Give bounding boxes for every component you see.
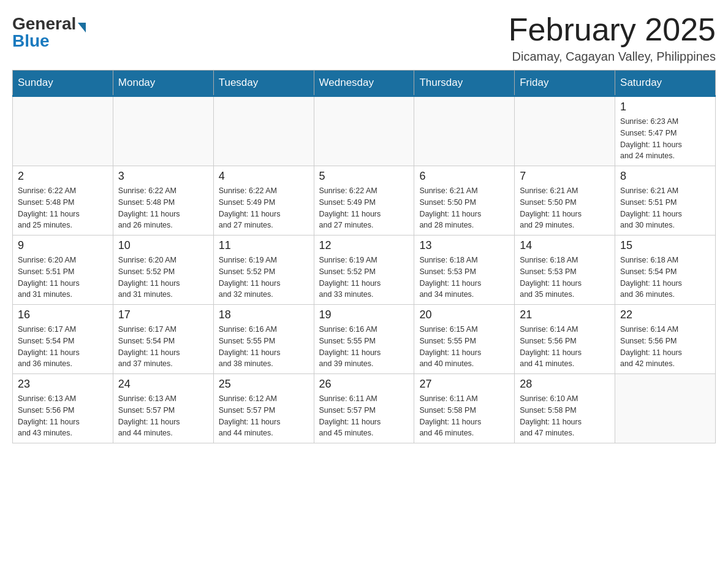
calendar-cell: [314, 96, 414, 166]
day-info: Sunrise: 6:21 AMSunset: 5:51 PMDaylight:…: [620, 185, 710, 231]
day-info: Sunrise: 6:18 AMSunset: 5:54 PMDaylight:…: [620, 255, 710, 301]
day-number: 3: [118, 170, 208, 183]
calendar-title-block: February 2025 Dicamay, Cagayan Valley, P…: [509, 12, 716, 64]
calendar-cell: 23Sunrise: 6:13 AMSunset: 5:56 PMDayligh…: [13, 374, 113, 443]
calendar-cell: [113, 96, 213, 166]
calendar-cell: 20Sunrise: 6:15 AMSunset: 5:55 PMDayligh…: [414, 305, 515, 374]
day-info: Sunrise: 6:21 AMSunset: 5:50 PMDaylight:…: [419, 185, 509, 231]
day-number: 20: [419, 308, 509, 321]
day-info: Sunrise: 6:20 AMSunset: 5:52 PMDaylight:…: [118, 255, 208, 301]
day-info: Sunrise: 6:16 AMSunset: 5:55 PMDaylight:…: [219, 324, 309, 370]
calendar-cell: 25Sunrise: 6:12 AMSunset: 5:57 PMDayligh…: [213, 374, 314, 443]
week-row-5: 23Sunrise: 6:13 AMSunset: 5:56 PMDayligh…: [13, 374, 716, 443]
day-number: 26: [319, 378, 409, 391]
day-info: Sunrise: 6:19 AMSunset: 5:52 PMDaylight:…: [319, 255, 409, 301]
calendar-cell: 10Sunrise: 6:20 AMSunset: 5:52 PMDayligh…: [113, 236, 213, 305]
day-info: Sunrise: 6:14 AMSunset: 5:56 PMDaylight:…: [620, 324, 710, 370]
calendar-month-year: February 2025: [509, 12, 716, 47]
day-number: 1: [620, 101, 710, 113]
calendar-cell: 17Sunrise: 6:17 AMSunset: 5:54 PMDayligh…: [113, 305, 213, 374]
calendar-body: 1Sunrise: 6:23 AMSunset: 5:47 PMDaylight…: [13, 96, 716, 443]
calendar-cell: [615, 374, 716, 443]
day-number: 17: [118, 308, 208, 321]
calendar-cell: 9Sunrise: 6:20 AMSunset: 5:51 PMDaylight…: [13, 236, 113, 305]
day-number: 16: [18, 308, 108, 321]
day-info: Sunrise: 6:15 AMSunset: 5:55 PMDaylight:…: [419, 324, 509, 370]
day-info: Sunrise: 6:22 AMSunset: 5:49 PMDaylight:…: [319, 185, 409, 231]
day-number: 13: [419, 239, 509, 252]
calendar-cell: [213, 96, 314, 166]
calendar-cell: 26Sunrise: 6:11 AMSunset: 5:57 PMDayligh…: [314, 374, 414, 443]
day-number: 23: [18, 378, 108, 391]
calendar-cell: [13, 96, 113, 166]
week-row-1: 1Sunrise: 6:23 AMSunset: 5:47 PMDaylight…: [13, 96, 716, 166]
calendar-cell: 15Sunrise: 6:18 AMSunset: 5:54 PMDayligh…: [615, 236, 716, 305]
calendar-location: Dicamay, Cagayan Valley, Philippines: [509, 50, 716, 64]
calendar-cell: 5Sunrise: 6:22 AMSunset: 5:49 PMDaylight…: [314, 166, 414, 236]
day-number: 27: [419, 378, 509, 391]
calendar-cell: 13Sunrise: 6:18 AMSunset: 5:53 PMDayligh…: [414, 236, 515, 305]
day-info: Sunrise: 6:16 AMSunset: 5:55 PMDaylight:…: [319, 324, 409, 370]
day-number: 14: [520, 239, 610, 252]
day-number: 22: [620, 308, 710, 321]
day-info: Sunrise: 6:13 AMSunset: 5:56 PMDaylight:…: [18, 393, 108, 439]
day-info: Sunrise: 6:23 AMSunset: 5:47 PMDaylight:…: [620, 116, 710, 162]
day-info: Sunrise: 6:17 AMSunset: 5:54 PMDaylight:…: [18, 324, 108, 370]
header-tuesday: Tuesday: [213, 71, 314, 96]
calendar-cell: 18Sunrise: 6:16 AMSunset: 5:55 PMDayligh…: [213, 305, 314, 374]
calendar-cell: 11Sunrise: 6:19 AMSunset: 5:52 PMDayligh…: [213, 236, 314, 305]
day-number: 25: [219, 378, 309, 391]
page-header: General Blue February 2025 Dicamay, Caga…: [12, 12, 716, 64]
day-info: Sunrise: 6:22 AMSunset: 5:48 PMDaylight:…: [18, 185, 108, 231]
day-number: 19: [319, 308, 409, 321]
header-row: Sunday Monday Tuesday Wednesday Thursday…: [13, 71, 716, 96]
week-row-2: 2Sunrise: 6:22 AMSunset: 5:48 PMDaylight…: [13, 166, 716, 236]
day-number: 2: [18, 170, 108, 183]
calendar-header: Sunday Monday Tuesday Wednesday Thursday…: [13, 71, 716, 96]
day-info: Sunrise: 6:18 AMSunset: 5:53 PMDaylight:…: [520, 255, 610, 301]
day-info: Sunrise: 6:21 AMSunset: 5:50 PMDaylight:…: [520, 185, 610, 231]
calendar-cell: 24Sunrise: 6:13 AMSunset: 5:57 PMDayligh…: [113, 374, 213, 443]
calendar-cell: [414, 96, 515, 166]
day-number: 4: [219, 170, 309, 183]
day-number: 28: [520, 378, 610, 391]
day-number: 8: [620, 170, 710, 183]
calendar-cell: 22Sunrise: 6:14 AMSunset: 5:56 PMDayligh…: [615, 305, 716, 374]
day-info: Sunrise: 6:17 AMSunset: 5:54 PMDaylight:…: [118, 324, 208, 370]
day-info: Sunrise: 6:13 AMSunset: 5:57 PMDaylight:…: [118, 393, 208, 439]
calendar-cell: 3Sunrise: 6:22 AMSunset: 5:48 PMDaylight…: [113, 166, 213, 236]
day-number: 21: [520, 308, 610, 321]
logo: General Blue: [12, 12, 86, 50]
calendar-cell: 14Sunrise: 6:18 AMSunset: 5:53 PMDayligh…: [515, 236, 615, 305]
calendar-cell: 28Sunrise: 6:10 AMSunset: 5:58 PMDayligh…: [515, 374, 615, 443]
day-info: Sunrise: 6:20 AMSunset: 5:51 PMDaylight:…: [18, 255, 108, 301]
calendar-cell: 1Sunrise: 6:23 AMSunset: 5:47 PMDaylight…: [615, 96, 716, 166]
day-number: 10: [118, 239, 208, 252]
header-friday: Friday: [515, 71, 615, 96]
logo-arrow-icon: [78, 23, 86, 33]
week-row-3: 9Sunrise: 6:20 AMSunset: 5:51 PMDaylight…: [13, 236, 716, 305]
header-sunday: Sunday: [13, 71, 113, 96]
day-info: Sunrise: 6:12 AMSunset: 5:57 PMDaylight:…: [219, 393, 309, 439]
day-info: Sunrise: 6:10 AMSunset: 5:58 PMDaylight:…: [520, 393, 610, 439]
day-number: 9: [18, 239, 108, 252]
calendar-cell: 2Sunrise: 6:22 AMSunset: 5:48 PMDaylight…: [13, 166, 113, 236]
logo-general-text: General: [12, 15, 76, 33]
day-info: Sunrise: 6:11 AMSunset: 5:58 PMDaylight:…: [419, 393, 509, 439]
calendar-cell: 7Sunrise: 6:21 AMSunset: 5:50 PMDaylight…: [515, 166, 615, 236]
day-info: Sunrise: 6:14 AMSunset: 5:56 PMDaylight:…: [520, 324, 610, 370]
day-number: 24: [118, 378, 208, 391]
day-info: Sunrise: 6:11 AMSunset: 5:57 PMDaylight:…: [319, 393, 409, 439]
calendar-cell: 4Sunrise: 6:22 AMSunset: 5:49 PMDaylight…: [213, 166, 314, 236]
calendar-cell: [515, 96, 615, 166]
calendar-cell: 21Sunrise: 6:14 AMSunset: 5:56 PMDayligh…: [515, 305, 615, 374]
day-info: Sunrise: 6:22 AMSunset: 5:49 PMDaylight:…: [219, 185, 309, 231]
day-number: 11: [219, 239, 309, 252]
day-number: 12: [319, 239, 409, 252]
day-info: Sunrise: 6:19 AMSunset: 5:52 PMDaylight:…: [219, 255, 309, 301]
calendar-cell: 16Sunrise: 6:17 AMSunset: 5:54 PMDayligh…: [13, 305, 113, 374]
header-thursday: Thursday: [414, 71, 515, 96]
logo-blue-text: Blue: [12, 31, 50, 50]
calendar-cell: 6Sunrise: 6:21 AMSunset: 5:50 PMDaylight…: [414, 166, 515, 236]
calendar-cell: 19Sunrise: 6:16 AMSunset: 5:55 PMDayligh…: [314, 305, 414, 374]
